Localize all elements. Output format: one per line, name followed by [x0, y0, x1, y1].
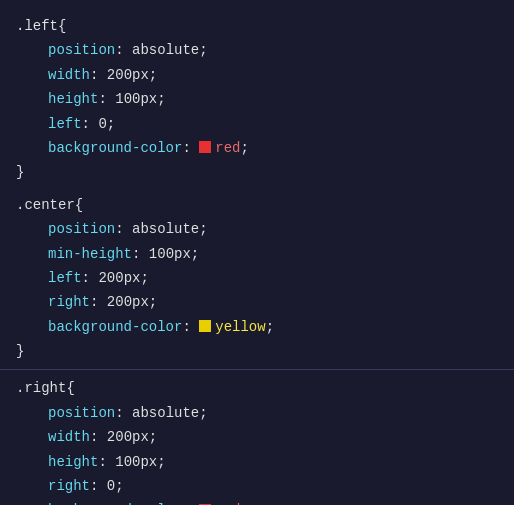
- center-selector: .center: [16, 194, 75, 216]
- left-height-prop: height: [48, 88, 98, 110]
- right-bgcolor-prop: background-color: [48, 499, 182, 505]
- left-left-line: left: 0;: [0, 112, 514, 136]
- left-open-brace: {: [58, 15, 66, 37]
- right-position-line: position: absolute;: [0, 401, 514, 425]
- center-minheight-value: 100px: [149, 243, 191, 265]
- right-selector: .right: [16, 377, 66, 399]
- center-left-value: 200px: [98, 267, 140, 289]
- center-position-value: absolute: [132, 218, 199, 240]
- left-position-prop: position: [48, 39, 115, 61]
- right-width-line: width: 200px;: [0, 425, 514, 449]
- left-bgcolor-value: red: [215, 137, 240, 159]
- section-divider: [0, 369, 514, 370]
- right-class-block: .right{ position: absolute; width: 200px…: [0, 372, 514, 505]
- right-width-prop: width: [48, 426, 90, 448]
- center-minheight-line: min-height: 100px;: [0, 242, 514, 266]
- right-position-value: absolute: [132, 402, 199, 424]
- center-bgcolor-line: background-color: yellow;: [0, 315, 514, 339]
- center-close-brace: }: [16, 340, 24, 362]
- right-bgcolor-line: background-color: red;: [0, 498, 514, 505]
- left-width-line: width: 200px;: [0, 63, 514, 87]
- center-selector-line: .center{: [0, 193, 514, 217]
- right-right-prop: right: [48, 475, 90, 497]
- right-open-brace: {: [66, 377, 74, 399]
- center-left-line: left: 200px;: [0, 266, 514, 290]
- yellow-swatch-center: [199, 320, 211, 332]
- left-left-prop: left: [48, 113, 82, 135]
- center-open-brace: {: [75, 194, 83, 216]
- center-minheight-prop: min-height: [48, 243, 132, 265]
- left-close-line: }: [0, 160, 514, 184]
- red-swatch-left: [199, 141, 211, 153]
- right-position-prop: position: [48, 402, 115, 424]
- left-height-line: height: 100px;: [0, 87, 514, 111]
- center-right-line: right: 200px;: [0, 290, 514, 314]
- left-bgcolor-prop: background-color: [48, 137, 182, 159]
- left-width-prop: width: [48, 64, 90, 86]
- center-right-value: 200px: [107, 291, 149, 313]
- right-right-value: 0: [107, 475, 115, 497]
- center-bgcolor-prop: background-color: [48, 316, 182, 338]
- left-selector: .left: [16, 15, 58, 37]
- center-position-prop: position: [48, 218, 115, 240]
- left-width-value: 200px: [107, 64, 149, 86]
- center-bgcolor-value: yellow: [215, 316, 265, 338]
- center-close-line: }: [0, 339, 514, 363]
- right-right-line: right: 0;: [0, 474, 514, 498]
- left-height-value: 100px: [115, 88, 157, 110]
- left-position-line: position: absolute;: [0, 38, 514, 62]
- center-position-line: position: absolute;: [0, 217, 514, 241]
- left-class-block: .left{ position: absolute; width: 200px;…: [0, 10, 514, 189]
- right-height-prop: height: [48, 451, 98, 473]
- left-bgcolor-line: background-color: red;: [0, 136, 514, 160]
- left-close-brace: }: [16, 161, 24, 183]
- right-width-value: 200px: [107, 426, 149, 448]
- right-selector-line: .right{: [0, 376, 514, 400]
- code-editor: .left{ position: absolute; width: 200px;…: [0, 0, 514, 505]
- center-left-prop: left: [48, 267, 82, 289]
- left-left-value: 0: [98, 113, 106, 135]
- left-position-value: absolute: [132, 39, 199, 61]
- right-height-line: height: 100px;: [0, 450, 514, 474]
- center-right-prop: right: [48, 291, 90, 313]
- left-selector-line: .left{: [0, 14, 514, 38]
- right-height-value: 100px: [115, 451, 157, 473]
- center-class-block: .center{ position: absolute; min-height:…: [0, 189, 514, 368]
- right-bgcolor-value: red: [215, 499, 240, 505]
